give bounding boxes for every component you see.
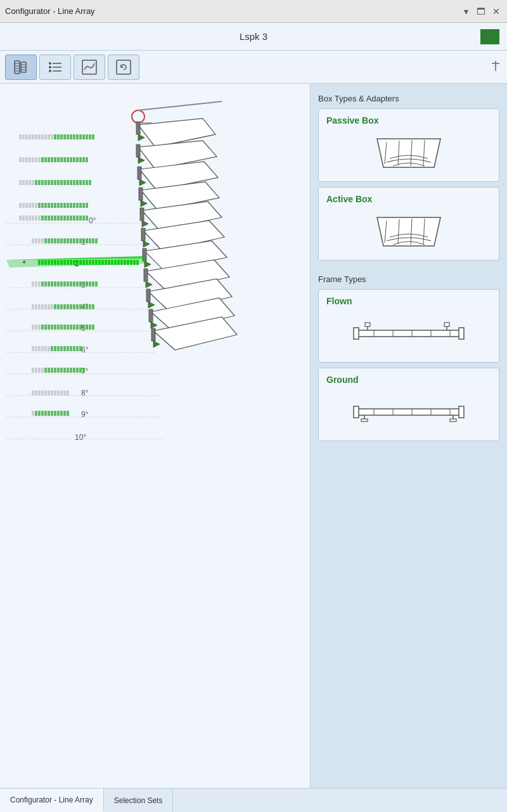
svg-marker-26 <box>138 134 144 141</box>
svg-rect-298 <box>63 134 66 139</box>
main-area: 0° <box>0 84 507 788</box>
svg-rect-73 <box>29 216 31 221</box>
svg-rect-145 <box>133 260 136 265</box>
svg-rect-63 <box>149 309 153 322</box>
array-view-button[interactable] <box>5 55 37 80</box>
svg-rect-334 <box>32 180 34 185</box>
svg-point-19 <box>132 110 144 123</box>
svg-rect-267 <box>51 411 53 416</box>
toolbar-pin-icon[interactable] <box>489 60 502 75</box>
svg-rect-266 <box>48 411 50 416</box>
svg-rect-300 <box>70 134 72 139</box>
graph-view-button[interactable] <box>74 55 105 80</box>
svg-rect-179 <box>57 304 60 309</box>
svg-rect-219 <box>51 346 53 351</box>
svg-rect-100 <box>54 238 56 243</box>
configurator-tab[interactable]: Configurator - Line Array <box>0 789 104 812</box>
svg-rect-270 <box>60 411 63 416</box>
configurator-tab-label: Configurator - Line Array <box>10 796 93 804</box>
svg-rect-232 <box>38 368 41 373</box>
svg-rect-209 <box>86 325 88 330</box>
svg-rect-25 <box>136 122 140 134</box>
svg-rect-154 <box>48 281 50 287</box>
svg-rect-296 <box>57 134 60 139</box>
svg-rect-77 <box>41 216 44 221</box>
svg-rect-285 <box>22 134 25 139</box>
svg-rect-406 <box>361 419 368 422</box>
refresh-icon <box>115 58 132 76</box>
toolbar <box>0 51 507 84</box>
svg-rect-122 <box>60 260 63 265</box>
svg-rect-213 <box>32 346 34 351</box>
svg-rect-365 <box>57 203 60 208</box>
svg-rect-341 <box>54 180 56 185</box>
svg-rect-178 <box>54 304 56 309</box>
active-box-card[interactable]: Active Box <box>318 187 499 261</box>
flown-card[interactable]: Flown <box>318 289 499 363</box>
svg-text:0°: 0° <box>89 216 96 225</box>
svg-rect-76 <box>38 216 41 221</box>
close-icon[interactable]: ✕ <box>491 6 502 16</box>
svg-rect-310 <box>25 157 28 162</box>
svg-rect-317 <box>48 157 50 162</box>
array-icon <box>12 58 30 76</box>
svg-rect-236 <box>51 368 53 373</box>
svg-rect-89 <box>79 216 82 221</box>
svg-rect-356 <box>29 203 31 208</box>
svg-rect-164 <box>79 281 82 287</box>
ground-card[interactable]: Ground <box>318 368 499 441</box>
svg-rect-245 <box>79 368 82 373</box>
svg-rect-292 <box>44 134 47 139</box>
svg-rect-83 <box>60 216 63 221</box>
svg-rect-196 <box>44 325 47 330</box>
svg-rect-218 <box>48 346 50 351</box>
svg-marker-42 <box>142 221 148 227</box>
svg-rect-304 <box>82 134 85 139</box>
svg-rect-290 <box>38 134 41 139</box>
svg-rect-235 <box>48 368 50 373</box>
array-canvas[interactable]: 0° <box>0 84 310 788</box>
selection-sets-tab[interactable]: Selection Sets <box>104 789 174 812</box>
svg-rect-254 <box>51 390 53 396</box>
svg-rect-183 <box>70 304 72 309</box>
svg-rect-399 <box>459 406 464 418</box>
pin-icon[interactable]: 🗖 <box>475 6 487 16</box>
svg-rect-287 <box>29 134 31 139</box>
svg-rect-327 <box>79 157 82 162</box>
svg-rect-291 <box>41 134 44 139</box>
svg-rect-150 <box>35 281 37 287</box>
svg-rect-199 <box>54 325 56 330</box>
svg-rect-255 <box>54 390 56 396</box>
svg-rect-295 <box>54 134 56 139</box>
svg-rect-33 <box>138 167 141 179</box>
svg-marker-56 <box>146 281 152 288</box>
svg-text:9°: 9° <box>81 410 89 419</box>
svg-rect-138 <box>111 260 113 265</box>
svg-rect-176 <box>48 304 50 309</box>
right-panel: Box Types & Adapters Passive Box <box>311 84 507 788</box>
list-view-button[interactable] <box>39 55 71 80</box>
svg-rect-250 <box>38 390 41 396</box>
svg-rect-262 <box>35 411 37 416</box>
svg-rect-211 <box>92 325 94 330</box>
svg-rect-268 <box>54 411 56 416</box>
svg-rect-297 <box>60 134 63 139</box>
svg-rect-110 <box>86 238 88 243</box>
refresh-button[interactable] <box>108 55 139 80</box>
minimize-icon[interactable]: ▾ <box>460 6 472 16</box>
svg-rect-121 <box>57 260 60 265</box>
svg-rect-324 <box>70 157 72 162</box>
svg-rect-129 <box>82 260 85 265</box>
svg-rect-222 <box>60 346 63 351</box>
svg-rect-343 <box>60 180 63 185</box>
svg-rect-117 <box>44 260 47 265</box>
svg-rect-120 <box>54 260 56 265</box>
svg-rect-208 <box>82 325 85 330</box>
svg-rect-157 <box>57 281 60 287</box>
svg-rect-156 <box>54 281 56 287</box>
svg-rect-333 <box>29 180 31 185</box>
svg-rect-161 <box>70 281 72 287</box>
svg-rect-104 <box>67 238 69 243</box>
svg-rect-371 <box>76 203 79 208</box>
passive-box-card[interactable]: Passive Box <box>318 108 499 182</box>
